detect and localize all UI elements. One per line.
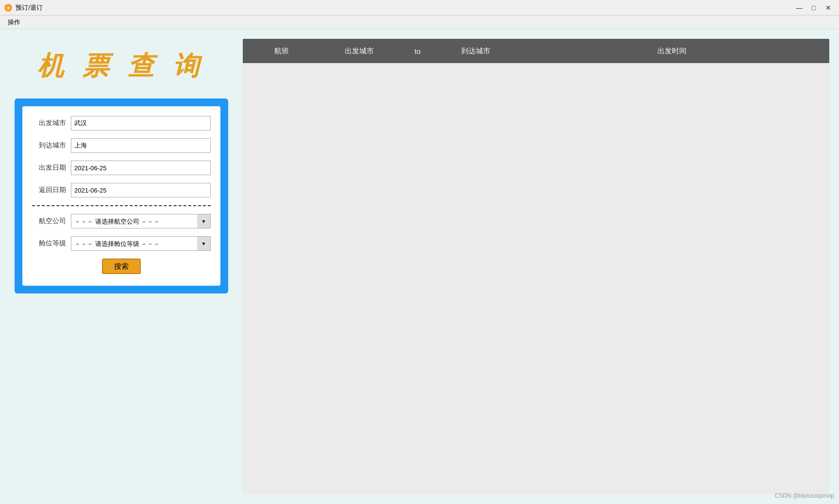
main-content: 机 票 查 询 出发城市 到达城市 出发日期: [0, 29, 839, 504]
departure-city-row: 出发城市: [32, 116, 211, 130]
cabin-label: 舱位等级: [32, 239, 66, 248]
menu-item-operations[interactable]: 操作: [4, 17, 24, 28]
departure-city-input[interactable]: [71, 116, 211, 130]
title-bar: ✈ 预订/退订 — □ ✕: [0, 0, 839, 16]
header-arrival-city: 到达城市: [437, 47, 515, 56]
airline-row: 航空公司 －－－ 请选择航空公司 －－－ ▼: [32, 214, 211, 228]
left-panel: 机 票 查 询 出发城市 到达城市 出发日期: [10, 39, 233, 494]
table-body: [243, 63, 829, 494]
app-icon: ✈: [4, 3, 13, 12]
title-bar-left: ✈ 预订/退订: [4, 3, 43, 12]
maximize-button[interactable]: □: [807, 2, 821, 13]
table-header: 航班 出发城市 to 到达城市 出发时间: [243, 39, 829, 63]
header-departure-time: 出发时间: [515, 47, 829, 56]
airline-label: 航空公司: [32, 217, 66, 226]
window-title: 预订/退订: [16, 3, 43, 12]
svg-text:✈: ✈: [6, 5, 10, 11]
header-departure-city: 出发城市: [320, 47, 398, 56]
return-date-row: 返回日期: [32, 183, 211, 197]
title-bar-controls: — □ ✕: [792, 2, 835, 13]
arrival-city-row: 到达城市: [32, 138, 211, 153]
search-form: 出发城市 到达城市 出发日期 返回日期: [15, 98, 228, 293]
cabin-select[interactable]: －－－ 请选择舱位等级 －－－: [71, 236, 211, 251]
search-btn-wrapper: 搜索: [32, 259, 211, 276]
arrival-city-input[interactable]: [71, 138, 211, 153]
header-flight: 航班: [243, 47, 320, 56]
return-date-label: 返回日期: [32, 186, 66, 195]
cabin-row: 舱位等级 －－－ 请选择舱位等级 －－－ ▼: [32, 236, 211, 251]
cabin-select-wrapper: －－－ 请选择舱位等级 －－－ ▼: [71, 236, 211, 251]
watermark: CSDN @biyezuopinvip: [775, 492, 834, 499]
departure-date-row: 出发日期: [32, 161, 211, 175]
departure-date-input[interactable]: [71, 161, 211, 175]
close-button[interactable]: ✕: [822, 2, 835, 13]
search-button[interactable]: 搜索: [102, 259, 141, 274]
header-to: to: [398, 47, 437, 55]
minimize-button[interactable]: —: [792, 2, 806, 13]
form-inner: 出发城市 到达城市 出发日期 返回日期: [22, 106, 220, 286]
right-panel: 航班 出发城市 to 到达城市 出发时间: [243, 39, 829, 494]
app-title: 机 票 查 询: [37, 49, 205, 84]
airline-select[interactable]: －－－ 请选择航空公司 －－－: [71, 214, 211, 228]
return-date-input[interactable]: [71, 183, 211, 197]
arrival-city-label: 到达城市: [32, 141, 66, 150]
departure-city-label: 出发城市: [32, 119, 66, 128]
departure-date-label: 出发日期: [32, 163, 66, 172]
airline-select-wrapper: －－－ 请选择航空公司 －－－ ▼: [71, 214, 211, 228]
form-divider: [32, 205, 211, 206]
menu-bar: 操作: [0, 16, 839, 29]
